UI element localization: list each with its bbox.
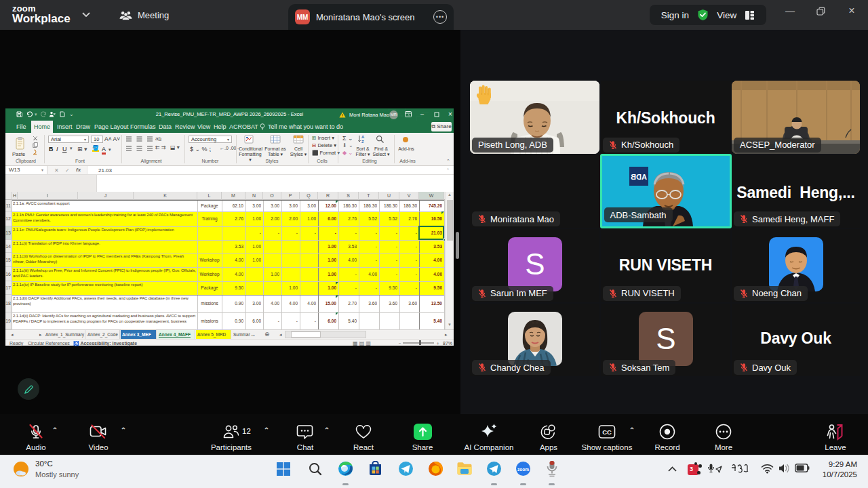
svg-text:Z: Z bbox=[361, 140, 364, 144]
svg-text:zoom: zoom bbox=[517, 467, 529, 472]
svg-text:CC: CC bbox=[602, 428, 612, 436]
svg-text:ADB: ADB bbox=[631, 173, 647, 181]
svg-text:A: A bbox=[361, 135, 365, 139]
